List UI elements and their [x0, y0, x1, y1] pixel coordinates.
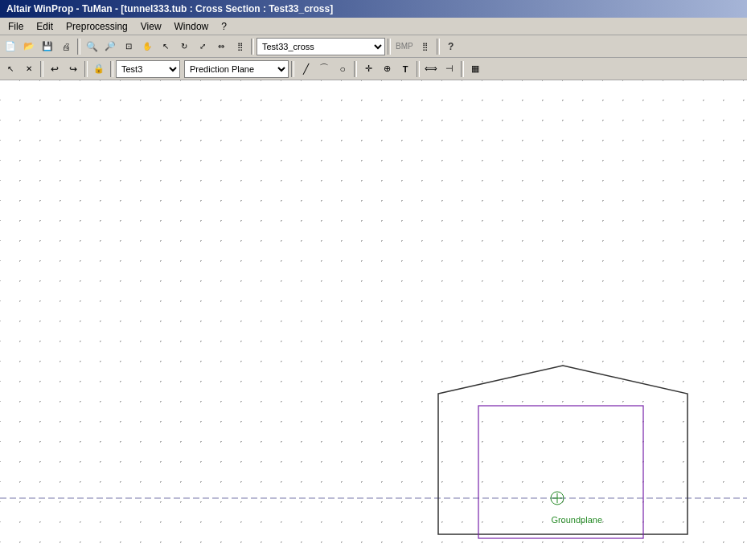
- print-button[interactable]: 🖨: [57, 38, 75, 55]
- pan-button[interactable]: ✋: [138, 38, 156, 55]
- menu-bar: File Edit Preprocessing View Window ?: [0, 18, 747, 35]
- bmp-label: BMP: [393, 42, 416, 51]
- grid-dots-icon: ⣿: [422, 42, 428, 51]
- toolbar-2: ↖ ✕ ↩ ↪ 🔒 Test3 Prediction Plane ╱ ⌒ ○ ✛…: [0, 58, 747, 80]
- new-icon: 📄: [5, 41, 16, 51]
- title-bar: Altair WinProp - TuMan - [tunnel333.tub …: [0, 0, 747, 18]
- tb2-line-icon: ╱: [303, 63, 309, 75]
- tb2-trim-button[interactable]: ⊣: [441, 60, 458, 78]
- tb2-curve-icon: ⌒: [319, 62, 329, 76]
- tb2-text-icon: T: [403, 64, 408, 74]
- tb2-crosshair-icon: ⊕: [384, 63, 391, 74]
- tb2-grid-button[interactable]: ▦: [466, 60, 484, 78]
- tb2-redo-icon: ↪: [69, 63, 77, 75]
- separator-2: [251, 39, 254, 55]
- menu-edit[interactable]: Edit: [30, 19, 60, 34]
- tb2-select-icon: ↖: [7, 64, 14, 73]
- tb2-crosshair-button[interactable]: ⊕: [378, 60, 396, 78]
- menu-window[interactable]: Window: [168, 19, 215, 34]
- groundplane-text: Groundplane: [551, 515, 602, 525]
- grid-dots-button[interactable]: ⣿: [417, 38, 434, 55]
- help-icon: ?: [448, 41, 454, 52]
- tb2-sep-6: [417, 61, 420, 77]
- separator-3: [388, 39, 391, 55]
- tb2-redo-button[interactable]: ↪: [64, 60, 82, 78]
- toolbar-1: 📄 📂 💾 🖨 🔍 🔎 ⊡ ✋ ↖ ↻ ⤢ ⇔ ⣿ Test33_cross B…: [0, 35, 747, 58]
- tb2-text-button[interactable]: T: [396, 60, 414, 78]
- save-icon: 💾: [42, 41, 53, 51]
- drawing-canvas: [0, 80, 747, 560]
- tb2-undo-button[interactable]: ↩: [46, 60, 64, 78]
- scale-button[interactable]: ⤢: [194, 38, 211, 55]
- tb2-curve-button[interactable]: ⌒: [315, 60, 333, 78]
- mirror-button[interactable]: ⇔: [212, 38, 230, 55]
- tb2-undo-icon: ↩: [51, 63, 59, 75]
- tb2-extend-icon: ⟺: [425, 63, 437, 74]
- menu-help[interactable]: ?: [215, 19, 233, 34]
- tb2-delete-icon: ✕: [26, 64, 32, 73]
- open-button[interactable]: 📂: [20, 38, 38, 55]
- groundplane-label: Groundplane: [551, 515, 602, 525]
- tb2-sep-5: [354, 61, 357, 77]
- tb2-line-button[interactable]: ╱: [297, 60, 314, 78]
- tb2-sep-4: [291, 61, 294, 77]
- rotate-icon: ↻: [181, 42, 187, 51]
- tb2-lock-button[interactable]: 🔒: [90, 60, 108, 78]
- rotate-button[interactable]: ↻: [175, 38, 193, 55]
- separator-1: [77, 39, 80, 55]
- help-button[interactable]: ?: [442, 38, 460, 55]
- tb2-circle-icon: ○: [339, 63, 345, 75]
- tb2-snap-icon: ✛: [365, 63, 372, 74]
- prediction-plane-dropdown[interactable]: Prediction Plane: [184, 60, 289, 78]
- scale-icon: ⤢: [199, 42, 206, 51]
- tb2-circle-button[interactable]: ○: [334, 60, 351, 78]
- layer-dropdown[interactable]: Test3: [116, 60, 180, 78]
- zoom-in-icon: 🔍: [86, 41, 98, 52]
- tb2-select-button[interactable]: ↖: [2, 60, 19, 78]
- tb2-sep-7: [461, 61, 464, 77]
- tb2-extend-button[interactable]: ⟺: [422, 60, 440, 78]
- separator-4: [437, 39, 440, 55]
- select-icon: ↖: [162, 42, 169, 51]
- model-dropdown[interactable]: Test33_cross: [257, 38, 385, 55]
- tb2-sep-2: [84, 61, 88, 77]
- array-button[interactable]: ⣿: [231, 38, 248, 55]
- print-icon: 🖨: [62, 42, 71, 51]
- tb2-sep-1: [40, 61, 43, 77]
- tb2-trim-icon: ⊣: [445, 63, 454, 74]
- open-icon: 📂: [23, 41, 35, 51]
- title-text: Altair WinProp - TuMan - [tunnel333.tub …: [6, 3, 333, 14]
- tb2-delete-button[interactable]: ✕: [20, 60, 38, 78]
- tb2-grid-icon: ▦: [471, 63, 479, 74]
- tb2-snap-button[interactable]: ✛: [359, 60, 377, 78]
- mirror-icon: ⇔: [218, 42, 224, 51]
- zoom-out-icon: 🔎: [105, 41, 116, 51]
- menu-file[interactable]: File: [2, 19, 30, 34]
- array-icon: ⣿: [237, 42, 243, 51]
- pan-icon: ✋: [142, 42, 152, 51]
- zoom-fit-icon: ⊡: [125, 42, 132, 51]
- tb2-sep-3: [110, 61, 113, 77]
- tb2-lock-icon: 🔒: [93, 63, 105, 74]
- menu-view[interactable]: View: [134, 19, 168, 34]
- zoom-fit-button[interactable]: ⊡: [120, 38, 137, 55]
- select-arrow-button[interactable]: ↖: [157, 38, 174, 55]
- zoom-in-button[interactable]: 🔍: [83, 38, 101, 55]
- new-button[interactable]: 📄: [2, 38, 19, 55]
- zoom-out-button[interactable]: 🔎: [101, 38, 119, 55]
- save-button[interactable]: 💾: [39, 38, 56, 55]
- menu-preprocessing[interactable]: Preprocessing: [60, 19, 134, 34]
- canvas-area[interactable]: Groundplane: [0, 80, 747, 560]
- svg-marker-1: [438, 366, 687, 534]
